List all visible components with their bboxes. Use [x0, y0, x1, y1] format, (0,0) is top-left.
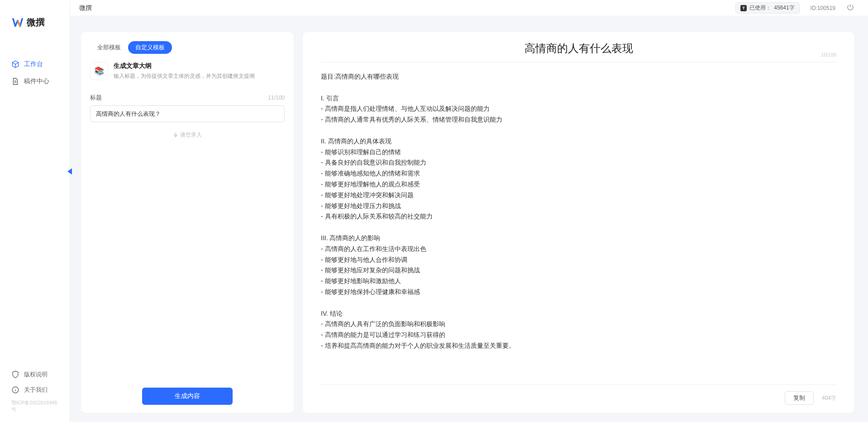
output-footer: 复制 404字 [321, 384, 836, 405]
sidebar-bottom: 版权说明 关于我们 鄂ICP备2022016946号 [0, 367, 70, 422]
nav-drafts[interactable]: 稿件中心 [0, 73, 70, 90]
topbar-right: T 已使用： 45641字 ID:100519 [735, 2, 854, 14]
output-title-count: 10/100 [821, 52, 836, 57]
right-panel: 高情商的人有什么表现 10/100 题目:高情商的人有哪些表现 I. 引言 - … [303, 32, 854, 413]
sidebar-collapse-handle[interactable] [66, 167, 73, 177]
template-info: 生成文章大纲 输入标题，为你提供文章主体的灵感，并为其创建推文提纲 [114, 62, 285, 80]
usage-value: 45641字 [774, 4, 794, 12]
info-icon [11, 386, 19, 394]
power-icon [846, 3, 854, 11]
template-card: 📚 生成文章大纲 输入标题，为你提供文章主体的灵感，并为其创建推文提纲 [81, 62, 294, 89]
title-input[interactable] [90, 105, 285, 122]
nav-workspace-label: 工作台 [24, 60, 43, 68]
usage-label: 已使用： [749, 4, 771, 12]
svg-rect-3 [175, 133, 176, 136]
nav-copyright[interactable]: 版权说明 [0, 367, 70, 382]
content: 全部模板 自定义模板 📚 生成文章大纲 输入标题，为你提供文章主体的灵感，并为其… [70, 16, 868, 422]
nav-about-label: 关于我们 [24, 386, 48, 394]
page-title: 微撰 [79, 4, 92, 12]
template-title: 生成文章大纲 [114, 62, 285, 70]
nav-drafts-label: 稿件中心 [24, 77, 49, 85]
icp-notice[interactable]: 鄂ICP备2022016946号 [0, 398, 70, 417]
power-button[interactable] [846, 3, 854, 13]
usage-badge[interactable]: T 已使用： 45641字 [735, 2, 799, 14]
output-word-count: 404字 [822, 394, 836, 402]
template-icon: 📚 [90, 62, 108, 80]
template-tabs: 全部模板 自定义模板 [81, 41, 294, 62]
voice-input-hint[interactable]: 请空录入 [90, 131, 285, 139]
generate-button[interactable]: 生成内容 [142, 388, 233, 405]
mic-icon [173, 133, 178, 138]
title-char-count: 11/100 [268, 95, 285, 101]
topbar: 微撰 T 已使用： 45641字 ID:100519 [70, 0, 868, 16]
nav-copyright-label: 版权说明 [24, 370, 48, 379]
shield-icon [11, 370, 19, 379]
form-section: 标题 11/100 请空录入 [81, 89, 294, 388]
logo-mark-icon [11, 16, 24, 28]
copy-button[interactable]: 复制 [785, 391, 814, 405]
main-nav: 工作台 稿件中心 [0, 38, 70, 367]
sidebar: 微撰 工作台 稿件中心 版权说明 关于我们 鄂ICP备2022016946号 [0, 0, 70, 422]
logo[interactable]: 微撰 [0, 0, 70, 38]
t-icon: T [740, 5, 747, 11]
nav-workspace[interactable]: 工作台 [0, 56, 70, 73]
output-title: 高情商的人有什么表现 [321, 41, 836, 56]
nav-about[interactable]: 关于我们 [0, 382, 70, 398]
template-desc: 输入标题，为你提供文章主体的灵感，并为其创建推文提纲 [114, 72, 285, 80]
output-body[interactable]: 题目:高情商的人有哪些表现 I. 引言 - 高情商是指人们处理情绪、与他人互动以… [321, 71, 836, 380]
left-panel: 全部模板 自定义模板 📚 生成文章大纲 输入标题，为你提供文章主体的灵感，并为其… [81, 32, 294, 413]
output-header: 高情商的人有什么表现 10/100 [321, 41, 836, 62]
voice-hint-text: 请空录入 [180, 131, 202, 139]
tab-all-templates[interactable]: 全部模板 [90, 41, 128, 54]
title-label: 标题 [90, 94, 102, 102]
logo-text: 微撰 [27, 16, 45, 28]
tab-custom-templates[interactable]: 自定义模板 [128, 41, 172, 54]
main-area: 微撰 T 已使用： 45641字 ID:100519 全部模板 自定义模板 [70, 0, 868, 422]
user-id: ID:100519 [811, 5, 835, 11]
cube-icon [11, 60, 19, 68]
doc-icon [11, 77, 19, 85]
